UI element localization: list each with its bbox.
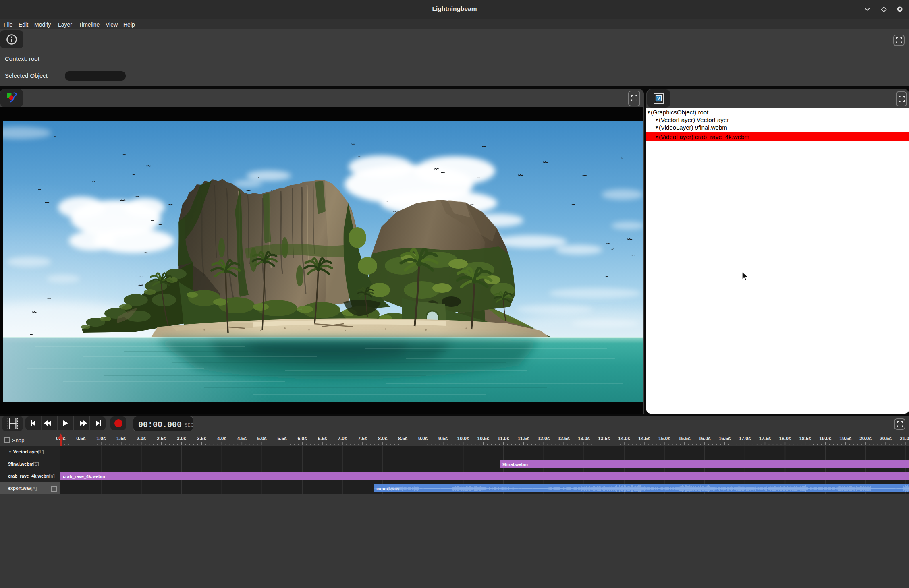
svg-text:?: ? — [657, 96, 660, 101]
